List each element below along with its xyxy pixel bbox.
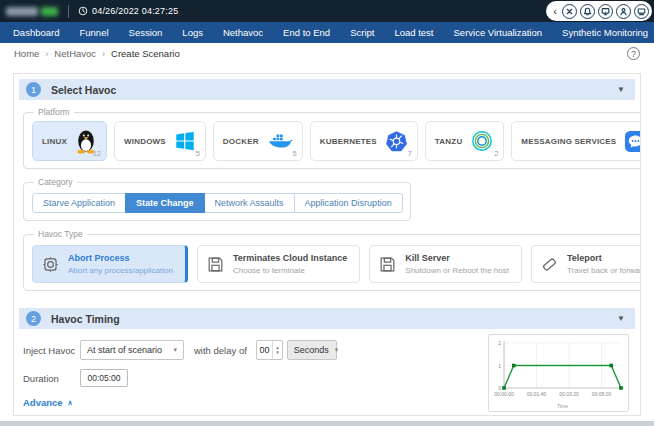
bottom-scrollbar[interactable] xyxy=(0,421,654,426)
tools-icon xyxy=(565,7,574,16)
platform-count: 7 xyxy=(408,149,412,158)
havoc-card-title: Kill Server xyxy=(405,252,509,265)
havoc-card-teleport[interactable]: Teleport Travel back or forward xyxy=(531,245,641,283)
nav-item-load-test[interactable]: Load test xyxy=(394,27,433,38)
havoc-card-terminates-cloud-instance[interactable]: Terminates Cloud Instance Choose to term… xyxy=(197,245,360,283)
tools-button[interactable] xyxy=(562,4,577,19)
platform-card-docker[interactable]: DOCKER 5 xyxy=(213,121,303,161)
chevron-down-icon: ▾ xyxy=(167,346,177,354)
platform-card-tanzu[interactable]: TANZU 2 xyxy=(425,121,505,161)
notifications-button[interactable] xyxy=(580,4,595,19)
svg-text:00:00:00: 00:00:00 xyxy=(494,391,514,397)
svg-text:1: 1 xyxy=(498,363,501,369)
havoc-card-title: Terminates Cloud Instance xyxy=(233,252,347,265)
inject-havoc-value: At start of scenario xyxy=(87,345,162,355)
category-tabs: Starve Application State Change Network … xyxy=(32,193,402,213)
delay-after-havoc-input[interactable] xyxy=(311,415,351,416)
ramp-down-input[interactable] xyxy=(179,415,219,416)
havoc-card-title: Abort Process xyxy=(68,252,173,265)
category-group: Category Starve Application State Change… xyxy=(23,177,411,221)
havoc-card-kill-server[interactable]: Kill Server Shutdown or Reboot the host xyxy=(369,245,522,283)
cloud-instance-icon xyxy=(206,255,225,274)
server-icon xyxy=(378,255,397,274)
create-scenario-panel: 1 Select Havoc ▼ Platform LINUX 12 xyxy=(13,73,641,416)
breadcrumb-separator-icon: › xyxy=(102,49,105,59)
platform-card-kubernetes[interactable]: KUBERNETES 7 xyxy=(310,121,418,161)
main-nav: Dashboard Funnel Session Logs Nethavoc E… xyxy=(0,22,654,43)
category-tab-application-disruption[interactable]: Application Disruption xyxy=(294,193,403,213)
havoc-card-abort-process[interactable]: Abort Process Abort any process/applicat… xyxy=(32,245,188,283)
user-button[interactable] xyxy=(616,4,631,19)
brand-logo[interactable] xyxy=(6,7,58,16)
havoc-card-subtitle: Abort any process/application xyxy=(68,265,173,276)
platform-cards: LINUX 12 WINDOWS xyxy=(32,121,641,161)
nav-item-session[interactable]: Session xyxy=(129,27,163,38)
platform-count: 5 xyxy=(196,149,200,158)
stepper-down-icon[interactable]: ▼ xyxy=(275,350,279,355)
display-button[interactable] xyxy=(634,4,649,19)
step-number-badge: 2 xyxy=(26,311,41,326)
ramp-up-input[interactable] xyxy=(71,415,111,416)
inject-havoc-select[interactable]: At start of scenario ▾ xyxy=(80,340,184,360)
platform-group: Platform LINUX 12 WINDOWS xyxy=(23,107,641,169)
breadcrumb-home[interactable]: Home xyxy=(14,48,39,59)
delay-value-stepper[interactable]: 00 ▲ ▼ xyxy=(256,340,283,360)
inject-havoc-label: Inject Havoc xyxy=(23,345,80,356)
monitor-button[interactable] xyxy=(598,4,613,19)
chevron-up-icon: ∧ xyxy=(68,399,73,407)
category-tab-network-assaults[interactable]: Network Assaults xyxy=(204,193,295,213)
timing-chart-svg: 01200:00:0000:01:4000:03:2000:05:00Time xyxy=(489,335,628,411)
topbar-divider xyxy=(68,5,69,18)
advance-toggle[interactable]: Advance ∧ xyxy=(23,397,73,408)
section-title: Havoc Timing xyxy=(51,313,120,325)
svg-text:00:03:20: 00:03:20 xyxy=(559,391,579,397)
platform-count: 5 xyxy=(293,149,297,158)
duration-label: Duration xyxy=(23,373,80,384)
chevron-down-icon[interactable]: ▼ xyxy=(617,85,625,94)
section-title: Select Havoc xyxy=(51,84,116,96)
svg-text:00:05:00: 00:05:00 xyxy=(592,391,612,397)
breadcrumb-create-scenario: Create Scenario xyxy=(111,48,180,59)
chevron-down-icon[interactable]: ▼ xyxy=(617,314,625,323)
havoc-card-subtitle: Travel back or forward xyxy=(567,265,641,276)
section-select-havoc-header[interactable]: 1 Select Havoc ▼ xyxy=(19,79,635,100)
monitor-icon xyxy=(601,7,610,16)
nav-item-synthetic-monitoring[interactable]: Synthetic Monitoring xyxy=(562,27,648,38)
breadcrumb: Home › NetHavoc › Create Scenario ? xyxy=(0,43,654,64)
nav-item-end-to-end[interactable]: End to End xyxy=(283,27,330,38)
nav-item-funnel[interactable]: Funnel xyxy=(79,27,108,38)
user-icon xyxy=(619,7,628,16)
nav-item-dashboard[interactable]: Dashboard xyxy=(13,27,59,38)
docker-icon xyxy=(267,131,293,151)
system-time: 04/26/2022 04:27:25 xyxy=(78,6,178,16)
display-icon xyxy=(637,7,646,16)
section-havoc-timing-header[interactable]: 2 Havoc Timing ▼ xyxy=(19,308,635,329)
timing-preview-chart: 01200:00:0000:01:4000:03:2000:05:00Time xyxy=(488,334,629,412)
nav-item-nethavoc[interactable]: Nethavoc xyxy=(223,27,263,38)
category-tab-starve-application[interactable]: Starve Application xyxy=(32,193,126,213)
breadcrumb-separator-icon: › xyxy=(45,49,48,59)
kubernetes-icon xyxy=(385,130,408,153)
help-button[interactable]: ? xyxy=(627,47,640,60)
platform-count: 12 xyxy=(93,149,101,158)
nav-item-service-virtualization[interactable]: Service Virtualization xyxy=(454,27,543,38)
messaging-services-icon xyxy=(624,130,641,153)
top-bar: 04/26/2022 04:27:25 ‹ xyxy=(0,0,654,22)
breadcrumb-nethavoc[interactable]: NetHavoc xyxy=(54,48,96,59)
havoc-card-subtitle: Shutdown or Reboot the host xyxy=(405,265,509,276)
clock-icon xyxy=(78,6,88,16)
duration-input[interactable] xyxy=(80,369,128,387)
advanced-timing-row: Ramp Up Ramp Down Delay after Havoc xyxy=(23,415,633,416)
category-tab-state-change[interactable]: State Change xyxy=(125,193,205,213)
platform-legend: Platform xyxy=(34,107,74,117)
havoc-card-title: Teleport xyxy=(567,252,641,265)
platform-card-linux[interactable]: LINUX 12 xyxy=(32,121,107,161)
teleport-icon xyxy=(540,255,559,274)
collapse-left-icon[interactable]: ‹ xyxy=(553,6,557,17)
havoc-card-subtitle: Choose to terminate xyxy=(233,265,347,276)
nav-item-script[interactable]: Script xyxy=(350,27,374,38)
platform-card-windows[interactable]: WINDOWS 5 xyxy=(114,121,206,161)
nav-item-logs[interactable]: Logs xyxy=(182,27,203,38)
delay-unit-select[interactable]: Seconds ▾ xyxy=(287,340,337,360)
platform-card-messaging-services[interactable]: MESSAGING SERVICES 9 xyxy=(511,121,641,161)
